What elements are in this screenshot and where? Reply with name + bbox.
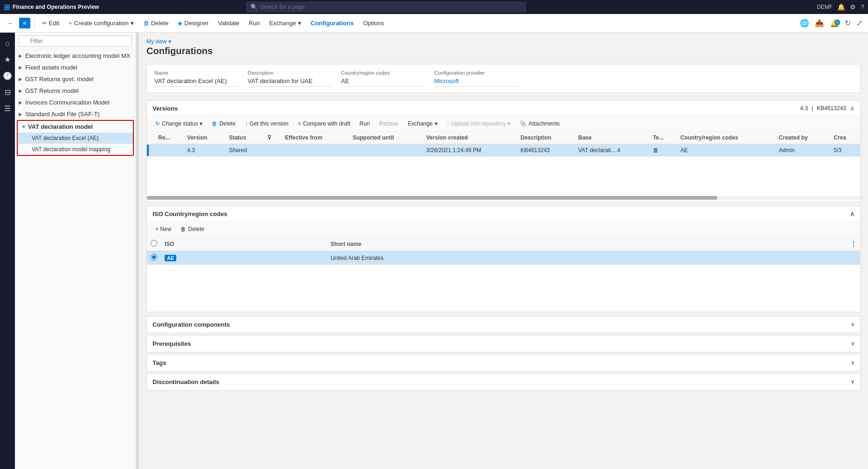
config-provider-value[interactable]: Microsoft xyxy=(434,77,518,87)
help-icon[interactable]: ? xyxy=(861,3,864,11)
sidebar-item-fixed-assets[interactable]: ▶ Fixed assets model xyxy=(15,62,136,73)
bell-icon[interactable]: 🔔 xyxy=(837,3,845,11)
main-toolbar: ← ≡ ✏ Edit + Create configuration ▾ 🗑 De… xyxy=(0,14,868,33)
expand-icon[interactable]: ⤢ xyxy=(854,17,864,29)
iso-collapse-btn[interactable]: ∧ xyxy=(850,210,854,217)
search-icon: 🔍 xyxy=(250,4,257,10)
iso-table-row[interactable]: AE United Arab Emirates xyxy=(147,251,860,265)
versions-scrollbar[interactable] xyxy=(147,196,860,200)
collapsible-sections: Configuration components ∨ Prerequisites… xyxy=(146,316,861,391)
collapsible-label-0: Configuration components xyxy=(153,321,230,328)
upload-repo-button[interactable]: ↑ Upload into repository ▾ xyxy=(444,119,514,128)
collapsible-header-2[interactable]: Tags ∨ xyxy=(147,355,860,371)
options-button[interactable]: Options xyxy=(359,18,388,28)
collapsible-header-0[interactable]: Configuration components ∨ xyxy=(147,316,860,333)
collapsible-label-2: Tags xyxy=(153,359,166,366)
collapsible-header-3[interactable]: Discontinuation details ∨ xyxy=(147,374,860,390)
versions-toolbar: ↻ Change status ▾ 🗑 Delete ↓ Get this ve… xyxy=(147,116,860,132)
collapsible-header-1[interactable]: Prerequisites ∨ xyxy=(147,336,860,352)
filter-input[interactable] xyxy=(19,35,132,47)
toolbar-divider-1 xyxy=(34,19,35,28)
change-status-button[interactable]: ↻ Change status ▾ xyxy=(153,119,205,128)
col-filter[interactable]: ⊽ xyxy=(264,132,281,144)
get-version-label: Get this version xyxy=(250,120,288,127)
chevron-down-icon: ∨ xyxy=(851,341,854,347)
nav-star-icon[interactable]: ★ xyxy=(1,52,14,67)
sidebar-item-vat-model[interactable]: ▼ VAT declaration model xyxy=(18,121,133,133)
nav-modules-icon[interactable]: ☰ xyxy=(1,101,14,116)
search-bar[interactable]: 🔍 xyxy=(246,2,526,12)
get-version-button[interactable]: ↓ Get this version xyxy=(242,119,291,128)
refresh-icon[interactable]: ↻ xyxy=(843,17,853,29)
iso-header: ISO Country/region codes ∧ xyxy=(147,206,860,222)
cell-more xyxy=(847,251,860,265)
col-select xyxy=(147,237,161,251)
collapsible-label-3: Discontinuation details xyxy=(153,378,219,385)
compare-draft-button[interactable]: ≡ Compare with draft xyxy=(295,119,353,128)
rebase-button[interactable]: Rebase xyxy=(376,119,401,128)
designer-label: Designer xyxy=(184,20,208,27)
filter-area xyxy=(15,33,136,50)
header-radio[interactable] xyxy=(151,240,157,246)
sidebar-item-saf-t[interactable]: ▶ Standard Audit File (SAF-T) xyxy=(15,108,136,120)
arrow-icon: ▶ xyxy=(19,53,25,58)
sidebar-item-label: Fixed assets model xyxy=(25,64,132,71)
globe-icon[interactable]: 🌐 xyxy=(798,17,811,29)
description-field: Description VAT declaration for UAE xyxy=(248,70,332,87)
table-row[interactable]: 4.3 Shared 3/26/2021 1:24:49 PM KB461324… xyxy=(147,144,860,157)
iso-toolbar: + New 🗑 Delete xyxy=(147,222,860,237)
back-button[interactable]: ← xyxy=(4,18,17,28)
scrollbar-thumb[interactable] xyxy=(147,196,717,200)
row-radio[interactable] xyxy=(151,254,157,260)
iso-new-button[interactable]: + New xyxy=(153,224,174,234)
versions-exchange-label: Exchange xyxy=(408,120,432,127)
cell-te: 🗑 xyxy=(649,144,677,157)
collapsible-section-3: Discontinuation details ∨ xyxy=(146,373,861,391)
versions-table: Re... Version Status ⊽ Effective from Su… xyxy=(147,132,860,157)
cell-base: VAT declarati... 4 xyxy=(575,144,649,157)
run-button[interactable]: Run xyxy=(245,18,264,28)
sidebar-item-gst-returns[interactable]: ▶ GST Returns model xyxy=(15,85,136,97)
configurations-button[interactable]: Configurations xyxy=(307,18,357,28)
my-view-link[interactable]: My view ▾ xyxy=(146,38,861,45)
search-input[interactable] xyxy=(260,4,522,10)
nav-recent-icon[interactable]: 🕐 xyxy=(0,69,15,83)
iso-delete-button[interactable]: 🗑 Delete xyxy=(178,224,207,234)
col-version-created: Version created xyxy=(423,132,517,144)
description-value: VAT declaration for UAE xyxy=(248,77,332,87)
nav-home-icon[interactable]: ⌂ xyxy=(2,36,13,50)
sidebar-item-electronic-ledger[interactable]: ▶ Electronic ledger accounting model MX xyxy=(15,50,136,62)
exchange-button[interactable]: Exchange ▾ xyxy=(265,18,305,28)
versions-delete-label: Delete xyxy=(219,120,236,127)
app-logo: ⊞ Finance and Operations Preview xyxy=(4,3,99,12)
options-label: Options xyxy=(363,20,384,27)
delete-label: Delete xyxy=(151,20,169,27)
nav-workspace-icon[interactable]: ⊟ xyxy=(2,85,14,99)
versions-run-button[interactable]: Run xyxy=(357,119,373,128)
arrow-icon: ▶ xyxy=(19,65,25,70)
sidebar-item-label: GST Returns model xyxy=(25,87,132,94)
grid-icon: ⊞ xyxy=(4,3,10,12)
iso-delete-icon: 🗑 xyxy=(181,226,186,232)
versions-collapse-btn[interactable]: ∧ xyxy=(850,105,854,112)
versions-delete-button[interactable]: 🗑 Delete xyxy=(209,119,238,128)
validate-button[interactable]: Validate xyxy=(214,18,243,28)
upload-icon-top[interactable]: 📤 xyxy=(813,17,826,29)
edit-button[interactable]: ✏ Edit xyxy=(38,18,63,28)
plus-icon: + xyxy=(69,20,72,27)
delete-button[interactable]: 🗑 Delete xyxy=(139,18,173,28)
settings-icon[interactable]: ⚙ xyxy=(850,3,856,11)
create-config-button[interactable]: + Create configuration ▾ xyxy=(65,18,138,28)
col-created: Crea xyxy=(830,132,860,144)
hamburger-button[interactable]: ≡ xyxy=(19,18,30,28)
attachments-button[interactable]: 📎 Attachments xyxy=(517,119,562,128)
main-layout: ⌂ ★ 🕐 ⊟ ☰ ▶ Electronic ledger accounting… xyxy=(0,33,868,469)
sidebar-item-vat-excel[interactable]: VAT declaration Excel (AE) xyxy=(18,133,133,144)
dropdown-icon: ▾ xyxy=(131,20,134,27)
sidebar-item-invoices[interactable]: ▶ Invoices Communication Model xyxy=(15,97,136,108)
designer-button[interactable]: ◈ Designer xyxy=(174,18,212,28)
name-value: VAT declaration Excel (AE) xyxy=(154,77,238,87)
sidebar-item-vat-mapping[interactable]: VAT declaration model mapping xyxy=(18,144,133,155)
sidebar-item-gst-govt[interactable]: ▶ GST Returns govt. model xyxy=(15,73,136,85)
versions-exchange-button[interactable]: Exchange ▾ xyxy=(405,119,440,128)
